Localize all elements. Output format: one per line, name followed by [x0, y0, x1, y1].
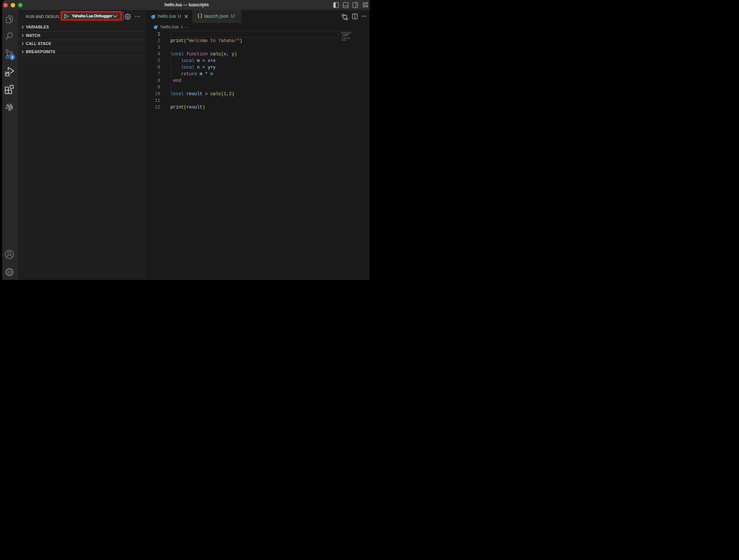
- svg-text:2: 2: [11, 55, 13, 59]
